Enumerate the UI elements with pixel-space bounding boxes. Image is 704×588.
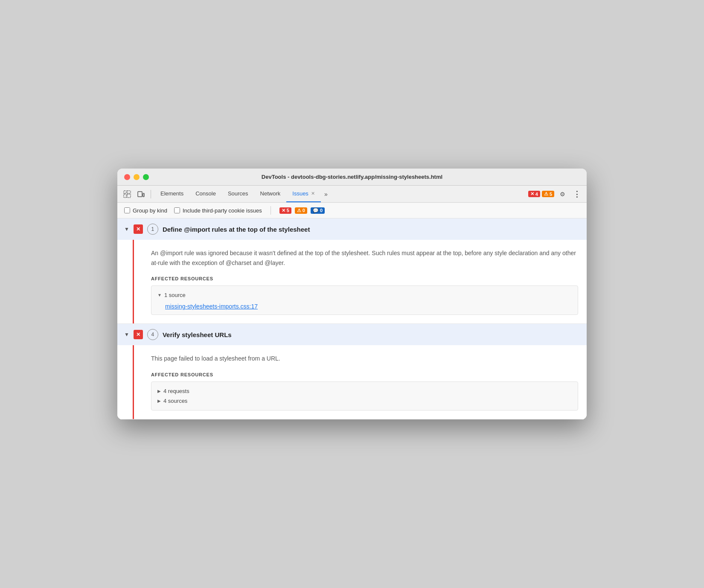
svg-rect-4 [138,192,142,197]
minimize-button[interactable] [134,174,140,180]
group-by-kind-input[interactable] [124,207,130,213]
issue-section-2: ▼ ✕ 4 Verify stylesheet URLs This page f… [117,324,587,419]
filter-badges: ✕ 5 ⚠ 0 💬 0 [279,207,325,214]
issue-body-wrapper-1: An @import rule was ignored because it w… [117,240,587,323]
toolbar: Elements Console Sources Network Issues … [117,186,587,203]
chevron-right-icon-sources-2: ▶ [157,399,161,403]
affected-resources-label-1: AFFECTED RESOURCES [151,276,578,281]
inspect-icon[interactable] [121,188,134,201]
chevron-down-icon-2: ▼ [124,332,129,338]
filter-divider [271,206,271,215]
resources-box-1: ▼ 1 source missing-stylesheets-imports.c… [151,285,578,315]
issue-error-icon-1: ✕ [134,224,143,234]
svg-rect-3 [127,194,131,198]
tab-sources[interactable]: Sources [222,186,254,202]
filter-bar: Group by kind Include third-party cookie… [117,203,587,218]
device-icon[interactable] [134,188,147,201]
issue-body-2: This page failed to load a stylesheet fr… [133,345,587,419]
tab-network[interactable]: Network [254,186,287,202]
issue-header-1[interactable]: ▼ ✕ 1 Define @import rules at the top of… [117,218,587,240]
chevron-down-icon-source-1: ▼ [157,293,162,297]
tab-issues[interactable]: Issues ✕ [286,186,321,202]
warning-badge-icon: ⚠ [544,191,548,197]
chevron-right-icon-requests-2: ▶ [157,389,161,393]
filter-info-badge[interactable]: 💬 0 [311,207,325,214]
tab-bar: Elements Console Sources Network Issues … [154,186,524,202]
main-content: ▼ ✕ 1 Define @import rules at the top of… [117,218,587,419]
more-icon[interactable]: ⋮ [570,188,583,201]
issue-count-badge-1: 1 [147,224,158,235]
issue-title-1: Define @import rules at the top of the s… [163,226,310,233]
filter-warning-icon: ⚠ [297,208,301,213]
maximize-button[interactable] [143,174,149,180]
issue-body-wrapper-2: This page failed to load a stylesheet fr… [117,345,587,419]
issue-description-2: This page failed to load a stylesheet fr… [151,354,578,363]
resources-box-2: ▶ 4 requests ▶ 4 sources [151,381,578,410]
window-controls [124,174,149,180]
group-by-kind-checkbox[interactable]: Group by kind [124,207,167,214]
title-bar: DevTools - devtools-dbg-stories.netlify.… [117,169,587,186]
issue-title-2: Verify stylesheet URLs [163,331,232,338]
window-title: DevTools - devtools-dbg-stories.netlify.… [262,174,442,180]
filter-warning-badge[interactable]: ⚠ 0 [295,207,307,214]
svg-rect-1 [124,194,126,198]
chevron-down-icon-1: ▼ [124,226,129,232]
tab-issues-close[interactable]: ✕ [311,191,315,196]
source-toggle-1[interactable]: ▼ 1 source [157,290,572,300]
tab-overflow-button[interactable]: » [321,186,331,202]
affected-resources-label-2: AFFECTED RESOURCES [151,372,578,377]
toolbar-divider [151,190,151,198]
settings-icon[interactable]: ⚙ [556,188,569,201]
filter-error-icon: ✕ [282,208,285,213]
resource-link-1[interactable]: missing-stylesheets-imports.css:17 [165,303,258,310]
issue-section-1: ▼ ✕ 1 Define @import rules at the top of… [117,218,587,324]
svg-rect-5 [143,193,144,197]
error-badge-icon: ✕ [530,191,534,197]
error-badge: ✕ 4 [528,191,540,197]
toolbar-right: ✕ 4 ⚠ 5 ⚙ ⋮ [528,188,583,201]
third-party-checkbox[interactable]: Include third-party cookie issues [174,207,262,214]
close-button[interactable] [124,174,130,180]
requests-toggle-2[interactable]: ▶ 4 requests [157,386,572,396]
sources-toggle-2[interactable]: ▶ 4 sources [157,396,572,406]
tab-elements[interactable]: Elements [154,186,189,202]
issue-header-2[interactable]: ▼ ✕ 4 Verify stylesheet URLs [117,324,587,345]
issue-description-1: An @import rule was ignored because it w… [151,248,578,268]
svg-rect-2 [127,191,131,193]
resource-links-1: missing-stylesheets-imports.css:17 [157,300,572,310]
filter-info-icon: 💬 [313,208,319,213]
tab-console[interactable]: Console [189,186,222,202]
issue-error-icon-2: ✕ [134,330,143,339]
filter-error-badge[interactable]: ✕ 5 [279,207,291,214]
issue-body-1: An @import rule was ignored because it w… [133,240,587,323]
svg-rect-0 [124,191,126,193]
issue-count-badge-2: 4 [147,329,158,340]
devtools-window: DevTools - devtools-dbg-stories.netlify.… [117,169,587,419]
warning-badge: ⚠ 5 [542,191,554,197]
third-party-input[interactable] [174,207,180,213]
